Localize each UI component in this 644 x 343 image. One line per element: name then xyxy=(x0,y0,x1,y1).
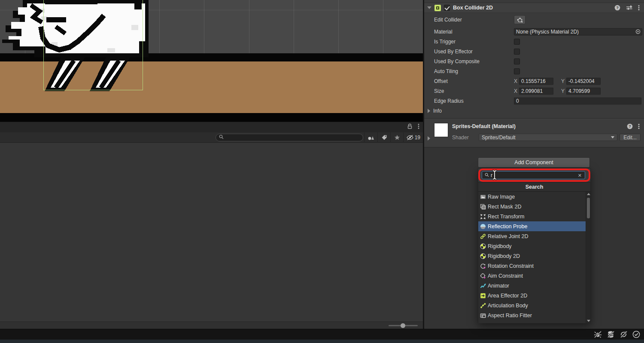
ibeam-cursor xyxy=(491,169,498,182)
kebab-menu-icon[interactable] xyxy=(418,123,419,131)
is-trigger-checkbox[interactable] xyxy=(514,39,520,45)
list-item-animator[interactable]: Animator xyxy=(478,281,586,291)
rotation-constraint-icon xyxy=(480,263,486,269)
list-item-rect-mask-2d[interactable]: Rect Mask 2D xyxy=(478,202,586,211)
material-title: Sprites-Default (Material) xyxy=(452,123,516,129)
edit-collider-button[interactable] xyxy=(514,15,526,24)
list-item-rigidbody-2d[interactable]: Rigidbody 2D xyxy=(478,251,586,261)
box-collider-component: Box Collider 2D ? Edit Collider xyxy=(424,0,644,147)
add-component-button[interactable]: Add Component xyxy=(478,157,590,168)
scroll-down-icon[interactable] xyxy=(587,320,590,322)
help-icon[interactable]: ? xyxy=(614,5,620,12)
used-by-composite-checkbox[interactable] xyxy=(514,58,520,64)
shapes-icon xyxy=(368,135,374,141)
offset-row: Offset X 0.1555716 Y -0.1452004 xyxy=(424,76,644,86)
eye-off-icon xyxy=(406,135,414,141)
search-input[interactable] xyxy=(216,134,363,141)
foldout-open-icon[interactable] xyxy=(427,6,431,9)
box-collider-2d-icon xyxy=(434,5,441,11)
material-value: None (Physics Material 2D) xyxy=(516,29,579,35)
size-x-input[interactable]: 2.099081 xyxy=(519,87,553,95)
scene-view[interactable] xyxy=(0,0,423,122)
area-effector-2d-icon xyxy=(480,293,486,299)
list-item-aim-constraint[interactable]: Aim Constraint xyxy=(478,271,586,281)
scroll-up-icon[interactable] xyxy=(587,193,590,195)
activity-check-icon[interactable] xyxy=(632,330,641,340)
popup-scrollbar[interactable] xyxy=(586,192,590,323)
svg-text:?: ? xyxy=(616,6,619,10)
info-foldout[interactable]: Info xyxy=(424,106,644,116)
list-item-area-effector-2d[interactable]: Area Effector 2D xyxy=(478,291,586,300)
cache-server-disabled-icon[interactable] xyxy=(606,330,615,340)
edit-collider-icon xyxy=(516,17,523,23)
offset-y-input[interactable]: -0.1452004 xyxy=(566,77,601,85)
search-icon xyxy=(485,172,489,178)
articulation-body-icon xyxy=(480,303,486,309)
rect-transform-icon xyxy=(480,214,486,220)
kebab-menu-icon[interactable] xyxy=(638,123,640,131)
field-label: Edit Collider xyxy=(434,17,462,23)
material-thumbnail[interactable] xyxy=(434,123,448,137)
project-footer xyxy=(0,322,423,329)
list-item-relative-joint-2d[interactable]: Relative Joint 2D xyxy=(478,231,586,241)
aspect-ratio-fitter-icon xyxy=(480,312,486,318)
clear-search-icon[interactable]: ✕ xyxy=(578,173,582,178)
object-picker-icon[interactable] xyxy=(634,29,641,34)
field-label: Used By Effector xyxy=(434,49,473,55)
presets-icon[interactable] xyxy=(626,5,632,12)
shader-dropdown[interactable]: Sprites/Default xyxy=(479,134,617,141)
project-content-area[interactable] xyxy=(0,143,423,322)
field-label: Is Trigger xyxy=(434,39,456,45)
help-icon[interactable]: ? xyxy=(627,123,633,131)
list-item-articulation-body[interactable]: Articulation Body xyxy=(478,300,586,310)
favorites-button[interactable] xyxy=(390,132,403,143)
auto-refresh-disabled-icon[interactable] xyxy=(619,330,628,340)
relative-joint-2d-icon xyxy=(480,233,486,239)
shader-label: Shader xyxy=(452,135,469,141)
kebab-menu-icon[interactable] xyxy=(638,5,640,12)
auto-tiling-checkbox[interactable] xyxy=(514,68,520,74)
component-enabled-checkbox[interactable] xyxy=(444,5,450,11)
search-icon xyxy=(219,135,224,141)
field-label: Size xyxy=(434,88,444,94)
debugger-disabled-icon[interactable] xyxy=(593,330,602,340)
list-item-aspect-ratio-fitter[interactable]: Aspect Ratio Fitter xyxy=(478,310,586,320)
material-preview-section: Sprites-Default (Material) ? Shader Spri… xyxy=(424,119,644,147)
list-item-raw-image[interactable]: Raw Image xyxy=(478,192,586,202)
unity-editor: 19 xyxy=(0,0,644,343)
scene-visibility-toggle[interactable]: 19 xyxy=(403,132,420,143)
slider-knob[interactable] xyxy=(401,323,405,328)
edge-radius-input[interactable]: 0 xyxy=(514,97,641,104)
popup-search-row: r ✕ xyxy=(478,168,590,182)
thumbnail-zoom-slider[interactable] xyxy=(389,325,418,326)
partial-item-icon xyxy=(480,322,486,324)
box-collider-gizmo[interactable] xyxy=(43,0,143,90)
field-label: Auto Tiling xyxy=(434,68,458,74)
foldout-closed-icon xyxy=(428,109,430,113)
shader-edit-button[interactable]: Edit... xyxy=(620,134,641,141)
list-item-rotation-constraint[interactable]: Rotation Constraint xyxy=(478,261,586,271)
material-object-field[interactable]: None (Physics Material 2D) xyxy=(514,28,642,35)
aim-constraint-icon xyxy=(480,273,486,279)
size-y-input[interactable]: 4.709599 xyxy=(566,87,601,95)
lock-icon[interactable] xyxy=(407,123,413,131)
search-by-label-button[interactable] xyxy=(377,132,390,143)
raw-image-icon xyxy=(480,194,486,200)
window-bottom-edge xyxy=(0,340,644,343)
list-item-reflection-probe[interactable]: Reflection Probe xyxy=(478,221,586,231)
field-label: Edge Radius xyxy=(434,98,464,104)
used-by-effector-checkbox[interactable] xyxy=(514,49,520,55)
axis-y-label: Y xyxy=(561,78,565,84)
offset-x-input[interactable]: 0.1555716 xyxy=(519,77,553,85)
foldout-closed-icon[interactable] xyxy=(428,136,430,141)
list-item-rigidbody[interactable]: Rigidbody xyxy=(478,241,586,251)
edge-radius-row: Edge Radius 0 xyxy=(424,96,644,106)
box-collider-header[interactable]: Box Collider 2D ? xyxy=(424,3,644,13)
search-by-type-button[interactable] xyxy=(364,132,377,143)
svg-text:?: ? xyxy=(629,124,631,129)
rigidbody-2d-icon xyxy=(480,253,486,259)
list-item-rect-transform[interactable]: Rect Transform xyxy=(478,211,586,221)
rect-mask-2d-icon xyxy=(480,204,486,210)
list-item-partial[interactable] xyxy=(478,320,586,323)
scrollbar-thumb[interactable] xyxy=(587,198,590,218)
